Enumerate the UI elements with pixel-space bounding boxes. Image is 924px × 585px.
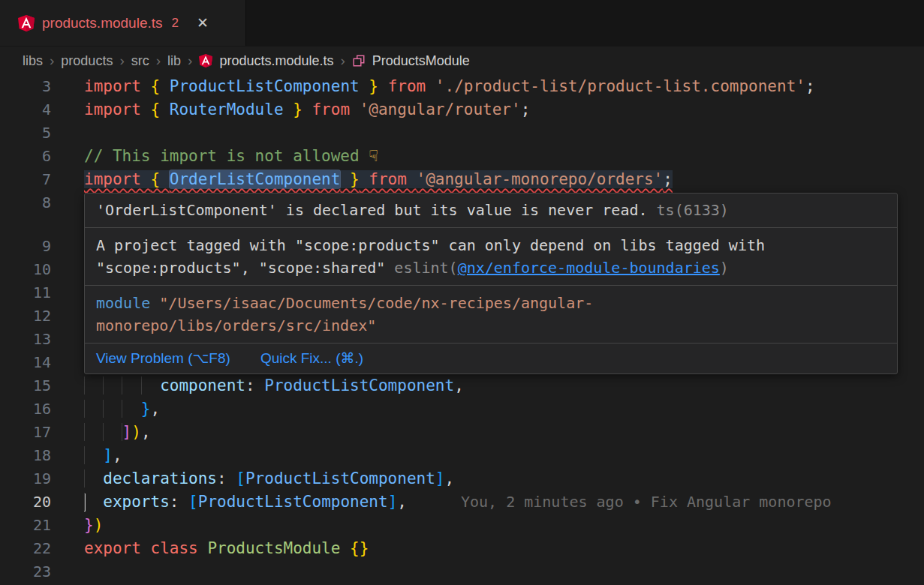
code-token: ]: [122, 423, 132, 441]
code-token: {: [151, 100, 170, 118]
close-icon[interactable]: ✕: [197, 14, 209, 32]
eslint-message-line2: "scope:products", "scope:shared" eslint(…: [96, 256, 886, 279]
code-line-20[interactable]: 20 exports: [ProductListComponent],You, …: [0, 490, 924, 514]
line-content: [51, 258, 84, 281]
code-line-21[interactable]: 21}): [0, 514, 924, 537]
code-line-5[interactable]: 5: [0, 122, 924, 145]
hover-popup: 'OrderListComponent' is declared but its…: [84, 193, 898, 374]
tab-problems-badge: 2: [172, 16, 179, 31]
line-number[interactable]: 22: [0, 537, 51, 560]
line-number[interactable]: 10: [0, 258, 51, 281]
breadcrumb-item-src[interactable]: src: [131, 53, 149, 69]
code-line-15[interactable]: 15 component: ProductListComponent,: [0, 374, 924, 398]
line-number[interactable]: 4: [0, 98, 51, 122]
code-line-7[interactable]: 7import { OrderListComponent } from '@an…: [0, 168, 924, 191]
code-token: {}: [350, 539, 369, 557]
editor: 3import { ProductListComponent } from '.…: [0, 75, 924, 585]
code-token: ;: [521, 100, 531, 118]
code-token: ProductListComponent: [170, 77, 360, 95]
line-number[interactable]: 8: [0, 191, 51, 214]
line-number[interactable]: 5: [0, 122, 51, 145]
module-path-line1: module "/Users/isaac/Documents/code/nx-r…: [96, 292, 886, 314]
tab-products-module[interactable]: products.module.ts 2 ✕: [0, 0, 246, 46]
line-number[interactable]: 19: [0, 467, 51, 490]
chevron-right-icon: ›: [188, 52, 192, 69]
line-content: ],: [51, 444, 122, 467]
code-token: ☟: [369, 147, 378, 165]
line-content: [51, 122, 84, 145]
line-number[interactable]: 3: [0, 75, 51, 98]
code-token: from: [302, 100, 360, 118]
line-number[interactable]: 23: [0, 560, 51, 584]
breadcrumb-item-products[interactable]: products: [61, 53, 113, 69]
line-content: exports: [ProductListComponent],You, 2 m…: [51, 490, 832, 514]
code-token: ProductListComponent: [245, 470, 435, 488]
error-underline-range: import { OrderListComponent } from '@ang…: [84, 170, 673, 188]
code-token: ]: [435, 470, 445, 488]
code-line-16[interactable]: 16 },: [0, 398, 924, 421]
quick-fix-action[interactable]: Quick Fix... (⌘.): [260, 350, 363, 367]
code-token: {: [151, 77, 170, 95]
view-problem-action[interactable]: View Problem (⌥F8): [96, 350, 230, 367]
chevron-right-icon: ›: [156, 52, 161, 69]
hover-module-info: module "/Users/isaac/Documents/code/nx-r…: [85, 285, 897, 343]
code-line-17[interactable]: 17 ]),: [0, 421, 924, 444]
breadcrumb-item-file[interactable]: products.module.ts: [219, 53, 333, 69]
line-content: component: ProductListComponent,: [51, 374, 464, 398]
code-token: ProductsModule: [207, 539, 350, 557]
breadcrumb-item-symbol[interactable]: ProductsModule: [372, 53, 470, 69]
code-token: [84, 376, 160, 394]
line-number[interactable]: 17: [0, 421, 51, 444]
line-content: [51, 191, 84, 214]
code-token: RouterModule: [170, 100, 284, 118]
code-token: }: [84, 516, 94, 534]
line-number[interactable]: 7: [0, 168, 51, 191]
line-content: [51, 304, 84, 328]
code-line-19[interactable]: 19 declarations: [ProductListComponent],: [0, 467, 924, 490]
code-token: }: [340, 170, 359, 188]
code-line-22[interactable]: 22export class ProductsModule {}: [0, 537, 924, 560]
ts-diagnostic-code: ts(6133): [657, 201, 729, 219]
code-token: ;: [805, 77, 815, 95]
code-token: ,: [151, 400, 161, 418]
line-content: export class ProductsModule {}: [51, 537, 369, 560]
line-number[interactable]: 20: [0, 490, 51, 514]
line-content: import { RouterModule } from '@angular/r…: [51, 98, 530, 122]
code-token: :: [245, 376, 264, 394]
code-line-18[interactable]: 18 ],: [0, 444, 924, 467]
code-line-6[interactable]: 6// This import is not allowed ☟: [0, 145, 924, 168]
code-line-3[interactable]: 3import { ProductListComponent } from '.…: [0, 75, 924, 98]
breadcrumb-item-libs[interactable]: libs: [23, 53, 43, 69]
line-number[interactable]: 6: [0, 145, 51, 168]
code-token: }: [284, 100, 302, 118]
code-line-4[interactable]: 4import { RouterModule } from '@angular/…: [0, 98, 924, 122]
code-token: '@angular-monorepo/orders': [417, 170, 664, 188]
line-number[interactable]: 16: [0, 398, 51, 421]
code-token: // This import is not allowed: [84, 147, 369, 165]
line-number[interactable]: 14: [0, 351, 51, 374]
code-token: ]: [388, 493, 398, 511]
line-number[interactable]: 15: [0, 374, 51, 398]
line-content: import { OrderListComponent } from '@ang…: [51, 168, 673, 191]
code-token: }: [141, 400, 151, 418]
class-symbol-icon: [352, 54, 366, 68]
code-token: ,: [445, 470, 455, 488]
code-token: declarations: [103, 470, 217, 488]
hover-ts-diagnostic: 'OrderListComponent' is declared but its…: [85, 194, 897, 227]
code-token: ProductListComponent: [198, 493, 388, 511]
line-content: [51, 235, 84, 258]
line-content: import { ProductListComponent } from './…: [51, 75, 815, 98]
line-number[interactable]: 21: [0, 514, 51, 537]
chevron-right-icon: ›: [50, 52, 54, 69]
code-token: ,: [454, 376, 464, 394]
line-number[interactable]: 9: [0, 235, 51, 258]
line-number[interactable]: 18: [0, 444, 51, 467]
code-line-23[interactable]: 23: [0, 560, 924, 584]
eslint-rule-link[interactable]: @nx/enforce-module-boundaries: [458, 259, 720, 277]
line-number[interactable]: 12: [0, 304, 51, 328]
line-number[interactable]: 13: [0, 328, 51, 351]
breadcrumb-item-lib[interactable]: lib: [167, 53, 181, 69]
line-number[interactable]: 11: [0, 281, 51, 304]
code-token: ): [131, 423, 141, 441]
code-token: ,: [113, 446, 122, 464]
